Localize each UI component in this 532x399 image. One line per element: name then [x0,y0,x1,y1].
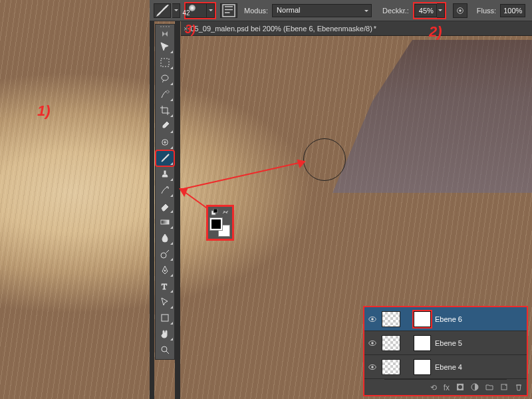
visibility-toggle[interactable] [367,338,378,348]
delete-layer-button[interactable] [515,383,523,393]
layer-row[interactable]: Ebene 5 [364,331,527,355]
layers-panel: Ebene 6 Ebene 5 Ebene 4 ⟲ fx [363,306,528,396]
blend-mode-value: Normal [277,6,300,14]
visibility-toggle[interactable] [367,314,378,325]
svg-point-23 [371,342,374,344]
dodge-tool[interactable] [156,247,174,261]
marquee-tool[interactable] [156,55,174,70]
chevron-down-icon[interactable] [207,3,215,18]
svg-point-9 [161,253,166,258]
panel-gutter [150,21,154,399]
adjustment-layer-button[interactable] [471,383,479,393]
clone-stamp-tool[interactable] [156,167,174,182]
blur-tool[interactable] [156,231,174,245]
brush-size-picker[interactable]: 42 [184,2,216,19]
layer-row[interactable]: Ebene 6 [364,307,527,331]
panel-grip[interactable] [157,26,173,29]
svg-point-25 [371,366,374,368]
flow-value: 100% [503,7,522,15]
layer-row[interactable]: Ebene 4 [364,355,527,379]
visibility-toggle[interactable] [367,362,378,372]
quick-select-tool[interactable] [156,87,174,102]
svg-point-13 [162,346,167,352]
svg-point-21 [371,318,374,321]
svg-marker-15 [298,160,305,167]
blend-mode-select[interactable]: Normal [272,4,372,17]
layer-mask-thumbnail[interactable] [414,311,431,327]
svg-point-10 [164,270,166,271]
document-dirty-indicator: * [374,25,376,33]
flow-field[interactable]: 100% [500,4,525,17]
chevron-down-icon[interactable] [437,3,445,18]
layer-name[interactable]: Ebene 5 [435,339,462,347]
gradient-tool[interactable] [156,215,174,229]
type-tool[interactable]: T [156,279,174,293]
opacity-value: 45% [419,7,434,15]
annotation-label-2: 2) [429,23,442,41]
annotation-label-1: 1) [37,102,51,120]
layer-thumbnail[interactable] [382,335,400,351]
svg-rect-8 [161,220,169,224]
chevron-down-icon[interactable] [172,3,180,18]
fg-bg-color-swatch[interactable] [210,218,230,237]
svg-marker-17 [180,189,187,196]
layers-footer: ⟲ fx [364,380,527,395]
svg-rect-3 [161,59,169,66]
color-swatch-callout [206,205,234,241]
move-tool[interactable] [156,39,174,54]
brush-icon [154,3,171,18]
svg-point-2 [459,9,462,12]
svg-point-4 [162,75,168,80]
opacity-label: Deckkr.: [382,7,409,15]
crop-tool[interactable] [156,103,174,118]
group-button[interactable] [485,383,493,393]
add-mask-button[interactable] [456,383,464,393]
hand-tool[interactable] [156,327,174,341]
path-select-tool[interactable] [156,295,174,309]
svg-rect-12 [162,315,168,321]
brush-panel-toggle[interactable] [220,3,237,18]
layer-thumbnail[interactable] [382,311,400,327]
swap-colors-icon[interactable] [222,209,229,215]
eyedropper-tool[interactable] [156,119,174,134]
shape-tool[interactable] [156,311,174,325]
svg-point-5 [166,90,169,93]
foreground-color-swatch[interactable] [210,218,222,230]
svg-rect-7 [164,171,166,174]
pen-tool[interactable] [156,263,174,277]
layer-mask-thumbnail[interactable] [414,335,431,351]
new-layer-button[interactable] [500,383,508,393]
opacity-field[interactable]: 45% [414,4,437,17]
flow-label: Fluss: [477,7,496,15]
layer-thumbnail[interactable] [382,359,400,375]
document-title[interactable]: 05_09_malen.psd bei 200% (Ebene 6, Ebene… [190,25,372,33]
healing-brush-tool[interactable] [156,135,174,150]
layer-name[interactable]: Ebene 6 [435,315,462,323]
brush-tool[interactable] [156,151,174,166]
link-layers-button[interactable]: ⟲ [430,383,437,392]
document-tab-bar: × 05_09_malen.psd bei 200% (Ebene 6, Ebe… [181,21,532,36]
tool-preset-picker[interactable] [154,3,180,18]
svg-rect-19 [213,209,217,213]
pressure-opacity-toggle[interactable] [453,3,467,18]
mode-label: Modus: [244,7,268,15]
layer-name[interactable]: Ebene 4 [435,363,462,371]
annotation-label-3: 3) [185,23,196,37]
options-bar: 42 Modus: Normal Deckkr.: 45% Fluss: 100… [150,0,532,21]
svg-point-27 [458,385,462,389]
tools-panel: T [155,24,175,360]
lasso-tool[interactable] [156,71,174,86]
layer-mask-thumbnail[interactable] [414,359,431,375]
layer-fx-button[interactable]: fx [444,383,450,392]
history-brush-tool[interactable] [156,183,174,198]
zoom-tool[interactable] [156,342,174,357]
default-colors-icon[interactable] [211,209,218,215]
collapse-toggle-icon[interactable] [160,31,170,37]
eraser-tool[interactable] [156,199,174,213]
brush-size-value: 42 [182,9,190,17]
svg-text:T: T [162,281,167,291]
